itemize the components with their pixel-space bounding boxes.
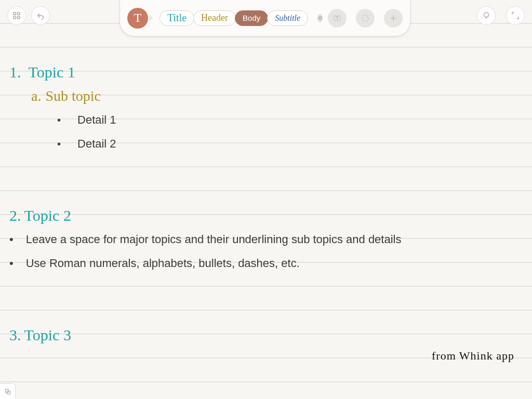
subtopic-a[interactable]: a. Sub topic <box>9 84 523 108</box>
detail-2-text: Detail 2 <box>77 137 116 151</box>
bullet-icon: • <box>9 233 14 246</box>
lasso-tool-button[interactable] <box>356 9 375 28</box>
detail-1-text: Detail 1 <box>77 113 116 127</box>
topic-2[interactable]: 2. Topic 2 <box>9 204 523 228</box>
svg-rect-1 <box>18 12 20 15</box>
blank-line[interactable] <box>9 275 523 299</box>
signature-note: from Whink app <box>432 349 514 363</box>
topic-1[interactable]: 1. Topic 1 <box>9 60 523 84</box>
svg-rect-0 <box>14 12 16 15</box>
format-panel: T Title Header Body Subtitle ⚙ <box>119 0 410 36</box>
blank-line[interactable] <box>9 156 523 180</box>
tip-1[interactable]: • Leave a space for major topics and the… <box>9 228 523 251</box>
textbox-tool-button[interactable] <box>328 9 347 28</box>
subtopic-a-number: a. <box>31 88 41 104</box>
document-body[interactable]: 1. Topic 1 a. Sub topic • Detail 1 • Det… <box>0 36 532 347</box>
bullet-icon: • <box>57 114 61 126</box>
topic-2-label: Topic 2 <box>24 207 71 224</box>
undo-button[interactable] <box>31 6 50 25</box>
detail-1[interactable]: • Detail 1 <box>9 108 523 132</box>
bullet-icon: • <box>9 257 14 270</box>
grid-menu-button[interactable] <box>7 6 26 25</box>
tip-2-text: Use Roman numerals, alphabets, bullets, … <box>26 257 300 270</box>
style-header-pill[interactable]: Header <box>193 10 236 26</box>
text-tool-badge[interactable]: T <box>127 8 148 29</box>
blank-line[interactable] <box>9 180 523 204</box>
style-subtitle-pill[interactable]: Subtitle <box>267 10 308 26</box>
topic-2-number: 2. <box>9 207 21 224</box>
resize-handle[interactable] <box>0 383 16 399</box>
topic-1-number: 1. <box>9 63 21 81</box>
svg-rect-3 <box>18 17 20 19</box>
topbar-right <box>477 6 525 25</box>
fullscreen-button[interactable] <box>506 6 525 25</box>
style-pill-group: Title Header Body Subtitle <box>161 10 308 26</box>
idea-button[interactable] <box>477 6 496 25</box>
panel-right-tools <box>328 9 403 28</box>
add-tool-button[interactable] <box>384 9 403 28</box>
subtopic-a-label: Sub topic <box>45 88 101 104</box>
topic-3[interactable]: 3. Topic 3 <box>9 323 523 347</box>
topic-3-number: 3. <box>9 326 21 344</box>
svg-point-6 <box>362 15 368 21</box>
svg-rect-2 <box>14 17 16 19</box>
svg-point-4 <box>484 12 489 17</box>
tip-1-text: Leave a space for major topics and their… <box>26 233 402 246</box>
style-body-pill[interactable]: Body <box>235 10 268 26</box>
blank-line[interactable] <box>9 299 523 323</box>
topic-1-label: Topic 1 <box>29 63 75 81</box>
bullet-icon: • <box>57 138 61 150</box>
detail-2[interactable]: • Detail 2 <box>9 132 523 156</box>
topic-3-label: Topic 3 <box>24 326 71 344</box>
tip-2[interactable]: • Use Roman numerals, alphabets, bullets… <box>9 251 523 275</box>
more-styles-button[interactable]: ⚙ <box>317 14 323 22</box>
style-title-pill[interactable]: Title <box>159 10 194 26</box>
